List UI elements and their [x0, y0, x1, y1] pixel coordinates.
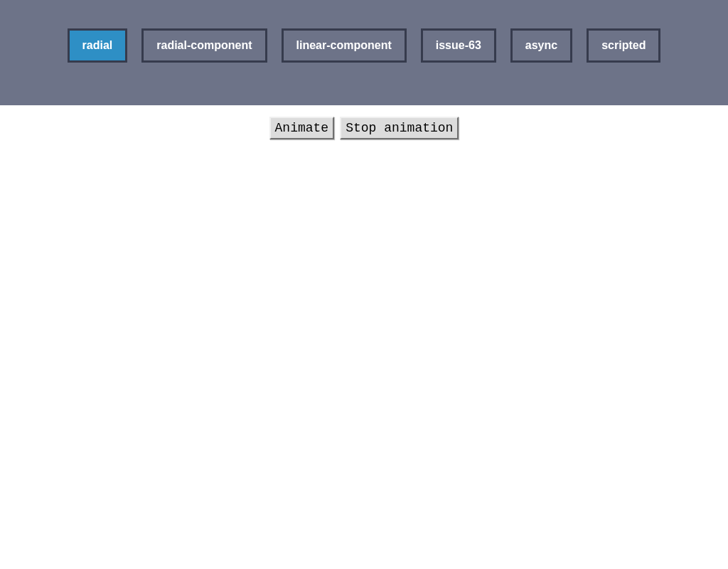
animate-button[interactable]: Animate	[269, 117, 335, 139]
tab-radial-component[interactable]: radial-component	[141, 28, 267, 63]
content-area: Animate Stop animation	[0, 105, 728, 139]
stop-animation-button[interactable]: Stop animation	[340, 117, 459, 139]
tab-linear-component[interactable]: linear-component	[282, 28, 407, 63]
tab-scripted[interactable]: scripted	[587, 28, 660, 63]
tab-radial[interactable]: radial	[68, 28, 128, 63]
tab-issue-63[interactable]: issue-63	[421, 28, 496, 63]
tab-bar: radial radial-component linear-component…	[0, 0, 728, 105]
tab-async[interactable]: async	[510, 28, 572, 63]
